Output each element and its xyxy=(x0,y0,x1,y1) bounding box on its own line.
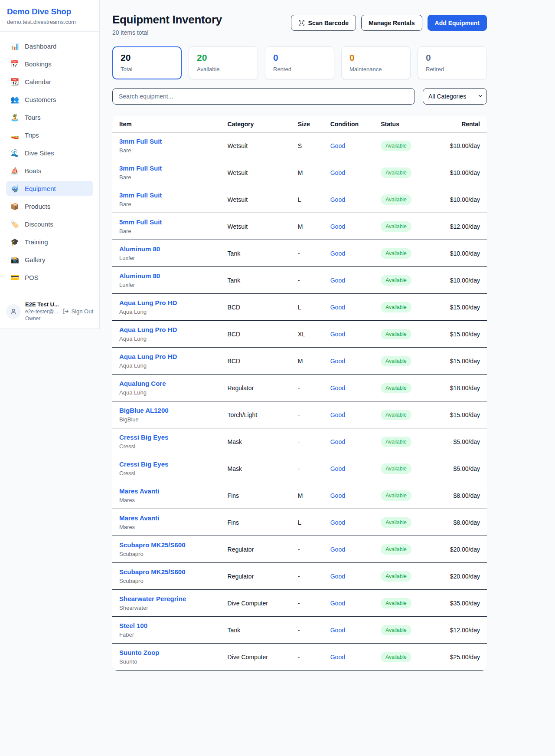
stat-cards: 20 Total 20 Available 0 Rented 0 Mainten… xyxy=(112,46,487,79)
search-input[interactable] xyxy=(112,88,415,105)
item-name-link[interactable]: Suunto Zoop xyxy=(119,649,159,656)
item-name-link[interactable]: 3mm Full Suit xyxy=(119,191,162,199)
table-row: 3mm Full Suit Bare Wetsuit S Good Availa… xyxy=(112,132,487,159)
item-condition-link[interactable]: Good xyxy=(330,438,345,445)
sign-out-button[interactable]: Sign Out xyxy=(62,308,93,315)
item-category: Regulator xyxy=(228,385,298,391)
item-status-cell: Available xyxy=(381,463,444,474)
item-status-cell: Available xyxy=(381,221,444,232)
item-condition-link[interactable]: Good xyxy=(330,465,345,472)
item-name-link[interactable]: Aqua Lung Pro HD xyxy=(119,326,177,333)
item-name-link[interactable]: Shearwater Peregrine xyxy=(119,595,186,602)
sidebar-item-products[interactable]: 📦 Products xyxy=(6,199,93,214)
item-name-link[interactable]: Aqua Lung Pro HD xyxy=(119,353,177,360)
item-name-link[interactable]: Cressi Big Eyes xyxy=(119,460,168,468)
sidebar-item-bookings[interactable]: 📅 Bookings xyxy=(6,56,93,72)
item-name-link[interactable]: Aqua Lung Pro HD xyxy=(119,299,177,306)
add-equipment-button[interactable]: Add Equipment xyxy=(428,15,487,31)
sidebar-item-equipment[interactable]: 🤿 Equipment xyxy=(6,181,93,196)
sidebar-item-trips[interactable]: 🚤 Trips xyxy=(6,128,93,143)
item-condition-link[interactable]: Good xyxy=(330,654,345,661)
status-badge: Available xyxy=(381,517,411,528)
item-name-link[interactable]: Steel 100 xyxy=(119,622,147,629)
sidebar-item-boats[interactable]: ⛵ Boats xyxy=(6,163,93,178)
item-category: Fins xyxy=(228,519,298,526)
sidebar-item-tours[interactable]: 🏝️ Tours xyxy=(6,110,93,125)
item-category: BCD xyxy=(228,358,298,365)
sidebar-item-pos[interactable]: 💳 POS xyxy=(6,270,93,285)
stat-card-rented[interactable]: 0 Rented xyxy=(265,46,334,79)
item-category: Mask xyxy=(228,465,298,472)
item-condition-link[interactable]: Good xyxy=(330,304,345,311)
item-status-cell: Available xyxy=(381,302,444,312)
scan-barcode-button[interactable]: Scan Barcode xyxy=(291,15,356,31)
item-condition-link[interactable]: Good xyxy=(330,196,345,203)
item-name-link[interactable]: Cressi Big Eyes xyxy=(119,434,168,441)
sidebar-item-training[interactable]: 🎓 Training xyxy=(6,234,93,250)
item-name-link[interactable]: Scubapro MK25/S600 xyxy=(119,568,186,575)
stat-card-retired[interactable]: 0 Retired xyxy=(418,46,487,79)
item-cell: 5mm Full Suit Bare xyxy=(119,218,228,234)
item-condition-link[interactable]: Good xyxy=(330,627,345,634)
stat-label: Maintenance xyxy=(349,66,402,72)
item-condition-link[interactable]: Good xyxy=(330,277,345,284)
item-size: - xyxy=(298,385,330,391)
item-name-link[interactable]: Scubapro MK25/S600 xyxy=(119,541,186,549)
item-rental-price: $20.00/day xyxy=(450,546,480,553)
sidebar-item-discounts[interactable]: 🏷️ Discounts xyxy=(6,217,93,232)
item-name-link[interactable]: 3mm Full Suit xyxy=(119,164,162,172)
item-cell: 3mm Full Suit Bare xyxy=(119,138,228,154)
item-name-link[interactable]: Mares Avanti xyxy=(119,487,159,495)
stat-value: 20 xyxy=(121,53,173,63)
item-condition-link[interactable]: Good xyxy=(330,600,345,607)
sidebar-item-gallery[interactable]: 📸 Gallery xyxy=(6,252,93,267)
item-name-link[interactable]: Aluminum 80 xyxy=(119,272,160,279)
item-condition-link[interactable]: Good xyxy=(330,358,345,365)
sidebar-item-calendar[interactable]: 📆 Calendar xyxy=(6,74,93,89)
item-brand: Aqua Lung xyxy=(119,362,228,369)
customers-icon: 👥 xyxy=(10,95,19,104)
item-condition-link[interactable]: Good xyxy=(330,411,345,418)
sidebar-item-dashboard[interactable]: 📊 Dashboard xyxy=(6,39,93,54)
training-icon: 🎓 xyxy=(10,238,19,246)
stat-card-available[interactable]: 20 Available xyxy=(189,46,258,79)
item-size: M xyxy=(298,492,330,499)
item-brand: Faber xyxy=(119,631,228,638)
item-name-link[interactable]: Aluminum 80 xyxy=(119,245,160,253)
item-rental-price: $15.00/day xyxy=(450,304,480,311)
item-condition-link[interactable]: Good xyxy=(330,169,345,176)
stat-card-total[interactable]: 20 Total xyxy=(112,46,182,79)
item-name-link[interactable]: Mares Avanti xyxy=(119,514,159,522)
sidebar-item-dive-sites[interactable]: 🌊 Dive Sites xyxy=(6,145,93,161)
status-badge: Available xyxy=(381,652,411,662)
item-condition-link[interactable]: Good xyxy=(330,519,345,526)
table-row: Aqua Lung Pro HD Aqua Lung BCD XL Good A… xyxy=(112,321,487,348)
boats-icon: ⛵ xyxy=(10,167,19,175)
sidebar-item-label: Trips xyxy=(25,131,39,139)
item-condition-link[interactable]: Good xyxy=(330,250,345,257)
item-name-link[interactable]: 3mm Full Suit xyxy=(119,138,162,145)
status-badge: Available xyxy=(381,302,411,312)
item-size: M xyxy=(298,169,330,176)
item-name-link[interactable]: 5mm Full Suit xyxy=(119,218,162,226)
item-rental-price: $20.00/day xyxy=(450,573,480,580)
item-size: - xyxy=(298,250,330,257)
item-condition-link[interactable]: Good xyxy=(330,385,345,391)
item-category: Dive Computer xyxy=(228,600,298,607)
item-condition-link[interactable]: Good xyxy=(330,546,345,553)
item-name-link[interactable]: BigBlue AL1200 xyxy=(119,407,169,414)
item-rental-price: $8.00/day xyxy=(453,519,480,526)
sidebar-item-customers[interactable]: 👥 Customers xyxy=(6,92,93,107)
item-condition-link[interactable]: Good xyxy=(330,573,345,580)
discounts-icon: 🏷️ xyxy=(10,220,19,228)
item-cell: Aqua Lung Pro HD Aqua Lung xyxy=(119,326,228,342)
item-condition-link[interactable]: Good xyxy=(330,142,345,149)
item-condition-link[interactable]: Good xyxy=(330,492,345,499)
item-condition-link[interactable]: Good xyxy=(330,223,345,230)
stat-card-maintenance[interactable]: 0 Maintenance xyxy=(341,46,411,79)
item-condition-link[interactable]: Good xyxy=(330,331,345,338)
item-cell: Scubapro MK25/S600 Scubapro xyxy=(119,541,228,557)
category-select[interactable]: All Categories xyxy=(423,88,487,105)
manage-rentals-button[interactable]: Manage Rentals xyxy=(361,15,422,31)
item-name-link[interactable]: Aqualung Core xyxy=(119,380,166,387)
